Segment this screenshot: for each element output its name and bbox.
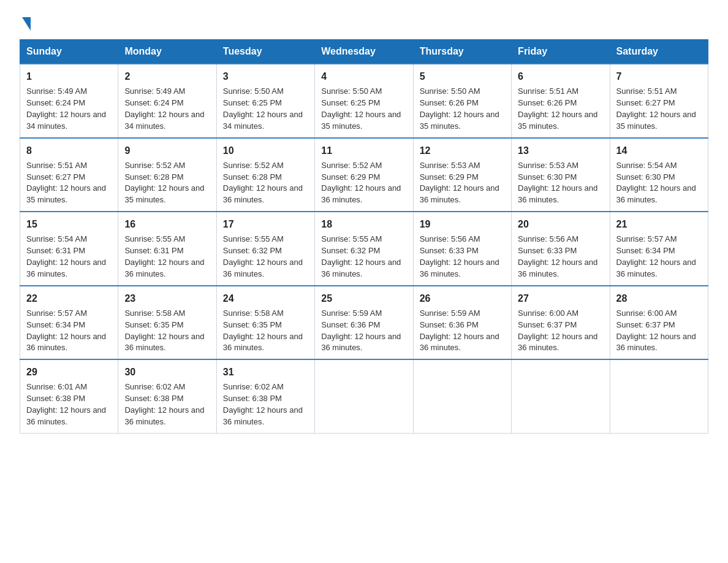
column-header-tuesday: Tuesday — [216, 40, 314, 64]
day-number: 28 — [616, 291, 702, 305]
day-info: Sunrise: 5:51 AMSunset: 6:27 PMDaylight:… — [26, 160, 112, 206]
day-number: 30 — [124, 365, 210, 379]
calendar-cell: 1Sunrise: 5:49 AMSunset: 6:24 PMDaylight… — [20, 64, 118, 138]
calendar-header-row: SundayMondayTuesdayWednesdayThursdayFrid… — [20, 40, 708, 64]
calendar-week-row: 22Sunrise: 5:57 AMSunset: 6:34 PMDayligh… — [20, 286, 708, 360]
calendar-cell: 7Sunrise: 5:51 AMSunset: 6:27 PMDaylight… — [610, 64, 708, 138]
calendar-cell: 21Sunrise: 5:57 AMSunset: 6:34 PMDayligh… — [610, 212, 708, 286]
calendar-cell — [413, 359, 511, 433]
day-number: 26 — [420, 291, 505, 305]
calendar-cell: 8Sunrise: 5:51 AMSunset: 6:27 PMDaylight… — [20, 138, 118, 212]
calendar-cell — [610, 359, 708, 433]
day-number: 27 — [518, 291, 603, 305]
day-info: Sunrise: 6:02 AMSunset: 6:38 PMDaylight:… — [124, 381, 210, 427]
calendar-cell: 13Sunrise: 5:53 AMSunset: 6:30 PMDayligh… — [512, 138, 610, 212]
logo — [20, 15, 31, 28]
calendar-cell: 6Sunrise: 5:51 AMSunset: 6:26 PMDaylight… — [512, 64, 610, 138]
page-header — [20, 15, 708, 28]
calendar-week-row: 1Sunrise: 5:49 AMSunset: 6:24 PMDaylight… — [20, 64, 708, 138]
day-number: 8 — [26, 144, 112, 158]
day-number: 15 — [26, 217, 112, 231]
calendar-cell — [315, 359, 413, 433]
calendar-week-row: 29Sunrise: 6:01 AMSunset: 6:38 PMDayligh… — [20, 359, 708, 433]
day-number: 6 — [518, 69, 603, 83]
column-header-saturday: Saturday — [610, 40, 708, 64]
day-info: Sunrise: 5:53 AMSunset: 6:30 PMDaylight:… — [518, 160, 603, 206]
day-number: 19 — [420, 217, 505, 231]
calendar-cell: 10Sunrise: 5:52 AMSunset: 6:28 PMDayligh… — [216, 138, 314, 212]
calendar-cell — [512, 359, 610, 433]
day-number: 21 — [616, 217, 702, 231]
calendar-cell: 4Sunrise: 5:50 AMSunset: 6:25 PMDaylight… — [315, 64, 413, 138]
calendar-cell: 28Sunrise: 6:00 AMSunset: 6:37 PMDayligh… — [610, 286, 708, 360]
day-number: 13 — [518, 144, 603, 158]
day-number: 4 — [321, 69, 406, 83]
day-info: Sunrise: 5:53 AMSunset: 6:29 PMDaylight:… — [420, 160, 505, 206]
calendar-cell: 20Sunrise: 5:56 AMSunset: 6:33 PMDayligh… — [512, 212, 610, 286]
day-number: 1 — [26, 69, 112, 83]
day-number: 7 — [616, 69, 702, 83]
calendar-cell: 9Sunrise: 5:52 AMSunset: 6:28 PMDaylight… — [118, 138, 216, 212]
day-info: Sunrise: 6:02 AMSunset: 6:38 PMDaylight:… — [223, 381, 308, 427]
day-info: Sunrise: 5:49 AMSunset: 6:24 PMDaylight:… — [26, 86, 112, 132]
column-header-wednesday: Wednesday — [315, 40, 413, 64]
day-info: Sunrise: 5:59 AMSunset: 6:36 PMDaylight:… — [321, 308, 406, 354]
day-info: Sunrise: 5:52 AMSunset: 6:29 PMDaylight:… — [321, 160, 406, 206]
calendar-cell: 23Sunrise: 5:58 AMSunset: 6:35 PMDayligh… — [118, 286, 216, 360]
calendar-cell: 27Sunrise: 6:00 AMSunset: 6:37 PMDayligh… — [512, 286, 610, 360]
day-info: Sunrise: 5:57 AMSunset: 6:34 PMDaylight:… — [616, 234, 702, 280]
day-number: 11 — [321, 144, 406, 158]
day-number: 31 — [223, 365, 308, 379]
day-info: Sunrise: 5:51 AMSunset: 6:26 PMDaylight:… — [518, 86, 603, 132]
day-number: 18 — [321, 217, 406, 231]
day-info: Sunrise: 5:50 AMSunset: 6:25 PMDaylight:… — [223, 86, 308, 132]
calendar-cell: 18Sunrise: 5:55 AMSunset: 6:32 PMDayligh… — [315, 212, 413, 286]
day-number: 12 — [420, 144, 505, 158]
day-number: 10 — [223, 144, 308, 158]
calendar-week-row: 8Sunrise: 5:51 AMSunset: 6:27 PMDaylight… — [20, 138, 708, 212]
column-header-friday: Friday — [512, 40, 610, 64]
column-header-thursday: Thursday — [413, 40, 511, 64]
day-number: 22 — [26, 291, 112, 305]
calendar-cell: 24Sunrise: 5:58 AMSunset: 6:35 PMDayligh… — [216, 286, 314, 360]
calendar-cell: 31Sunrise: 6:02 AMSunset: 6:38 PMDayligh… — [216, 359, 314, 433]
day-info: Sunrise: 5:58 AMSunset: 6:35 PMDaylight:… — [223, 308, 308, 354]
day-info: Sunrise: 5:52 AMSunset: 6:28 PMDaylight:… — [223, 160, 308, 206]
calendar-cell: 17Sunrise: 5:55 AMSunset: 6:32 PMDayligh… — [216, 212, 314, 286]
calendar-table: SundayMondayTuesdayWednesdayThursdayFrid… — [20, 39, 708, 434]
day-info: Sunrise: 5:58 AMSunset: 6:35 PMDaylight:… — [124, 308, 210, 354]
day-number: 29 — [26, 365, 112, 379]
day-info: Sunrise: 6:00 AMSunset: 6:37 PMDaylight:… — [616, 308, 702, 354]
calendar-cell: 22Sunrise: 5:57 AMSunset: 6:34 PMDayligh… — [20, 286, 118, 360]
calendar-cell: 3Sunrise: 5:50 AMSunset: 6:25 PMDaylight… — [216, 64, 314, 138]
day-info: Sunrise: 5:51 AMSunset: 6:27 PMDaylight:… — [616, 86, 702, 132]
column-header-monday: Monday — [118, 40, 216, 64]
day-info: Sunrise: 5:59 AMSunset: 6:36 PMDaylight:… — [420, 308, 505, 354]
day-info: Sunrise: 5:55 AMSunset: 6:31 PMDaylight:… — [124, 234, 210, 280]
calendar-week-row: 15Sunrise: 5:54 AMSunset: 6:31 PMDayligh… — [20, 212, 708, 286]
calendar-cell: 5Sunrise: 5:50 AMSunset: 6:26 PMDaylight… — [413, 64, 511, 138]
day-number: 14 — [616, 144, 702, 158]
day-number: 5 — [420, 69, 505, 83]
day-info: Sunrise: 5:57 AMSunset: 6:34 PMDaylight:… — [26, 308, 112, 354]
calendar-cell: 16Sunrise: 5:55 AMSunset: 6:31 PMDayligh… — [118, 212, 216, 286]
day-info: Sunrise: 5:54 AMSunset: 6:31 PMDaylight:… — [26, 234, 112, 280]
day-number: 16 — [124, 217, 210, 231]
day-number: 23 — [124, 291, 210, 305]
calendar-cell: 30Sunrise: 6:02 AMSunset: 6:38 PMDayligh… — [118, 359, 216, 433]
logo-arrow-icon — [22, 17, 31, 31]
day-info: Sunrise: 5:50 AMSunset: 6:26 PMDaylight:… — [420, 86, 505, 132]
day-info: Sunrise: 5:54 AMSunset: 6:30 PMDaylight:… — [616, 160, 702, 206]
day-number: 3 — [223, 69, 308, 83]
day-info: Sunrise: 5:50 AMSunset: 6:25 PMDaylight:… — [321, 86, 406, 132]
calendar-cell: 15Sunrise: 5:54 AMSunset: 6:31 PMDayligh… — [20, 212, 118, 286]
day-info: Sunrise: 6:00 AMSunset: 6:37 PMDaylight:… — [518, 308, 603, 354]
day-info: Sunrise: 5:52 AMSunset: 6:28 PMDaylight:… — [124, 160, 210, 206]
calendar-cell: 26Sunrise: 5:59 AMSunset: 6:36 PMDayligh… — [413, 286, 511, 360]
day-info: Sunrise: 5:55 AMSunset: 6:32 PMDaylight:… — [223, 234, 308, 280]
day-number: 24 — [223, 291, 308, 305]
calendar-cell: 2Sunrise: 5:49 AMSunset: 6:24 PMDaylight… — [118, 64, 216, 138]
day-info: Sunrise: 6:01 AMSunset: 6:38 PMDaylight:… — [26, 381, 112, 427]
calendar-cell: 29Sunrise: 6:01 AMSunset: 6:38 PMDayligh… — [20, 359, 118, 433]
day-number: 25 — [321, 291, 406, 305]
